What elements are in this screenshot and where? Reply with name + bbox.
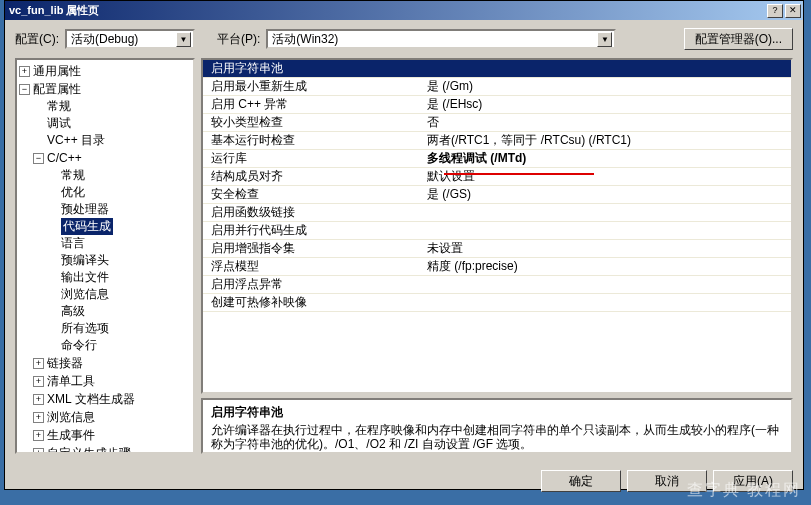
tree-ccpp-child[interactable]: 高级	[61, 303, 85, 320]
right-panel: 启用字符串池启用最小重新生成是 (/Gm)启用 C++ 异常是 (/EHsc)较…	[201, 58, 793, 454]
prop-name: 启用并行代码生成	[203, 222, 423, 239]
prop-name: 启用最小重新生成	[203, 78, 423, 95]
tree-general[interactable]: 常规	[47, 98, 71, 115]
property-dialog: vc_fun_lib 属性页 ? ✕ 配置(C): 活动(Debug) ▼ 平台…	[4, 0, 804, 490]
plus-icon[interactable]: +	[33, 412, 44, 423]
grid-row[interactable]: 运行库多线程调试 (/MTd)	[203, 150, 791, 168]
prop-name: 启用 C++ 异常	[203, 96, 423, 113]
prop-value[interactable]: 未设置	[423, 240, 791, 257]
tree-ccpp-child[interactable]: 预处理器	[61, 201, 109, 218]
plus-icon[interactable]: +	[33, 376, 44, 387]
tree-xml-gen[interactable]: +XML 文档生成器	[33, 391, 135, 408]
prop-name: 启用字符串池	[203, 60, 423, 77]
tree-debug[interactable]: 调试	[47, 115, 71, 132]
grid-row[interactable]: 启用 C++ 异常是 (/EHsc)	[203, 96, 791, 114]
grid-row[interactable]: 基本运行时检查两者(/RTC1，等同于 /RTCsu) (/RTC1)	[203, 132, 791, 150]
tree-common[interactable]: +通用属性	[19, 63, 81, 80]
grid-row[interactable]: 启用函数级链接	[203, 204, 791, 222]
prop-name: 启用函数级链接	[203, 204, 423, 221]
prop-name: 启用增强指令集	[203, 240, 423, 257]
prop-name: 浮点模型	[203, 258, 423, 275]
grid-row[interactable]: 浮点模型精度 (/fp:precise)	[203, 258, 791, 276]
grid-row[interactable]: 安全检查是 (/GS)	[203, 186, 791, 204]
platform-label: 平台(P):	[217, 31, 260, 48]
grid-row[interactable]: 启用并行代码生成	[203, 222, 791, 240]
desc-text: 允许编译器在执行过程中，在程序映像和内存中创建相同字符串的单个只读副本，从而生成…	[211, 423, 783, 451]
prop-name: 较小类型检查	[203, 114, 423, 131]
plus-icon[interactable]: +	[33, 430, 44, 441]
prop-value[interactable]: 否	[423, 114, 791, 131]
tree-ccpp-child[interactable]: 所有选项	[61, 320, 109, 337]
config-dropdown[interactable]: 活动(Debug) ▼	[65, 29, 195, 49]
platform-dropdown[interactable]: 活动(Win32) ▼	[266, 29, 616, 49]
tree-ccpp-child[interactable]: 预编译头	[61, 252, 109, 269]
tree-build-events[interactable]: +生成事件	[33, 427, 95, 444]
chevron-down-icon[interactable]: ▼	[597, 32, 612, 47]
grid-row[interactable]: 启用字符串池	[203, 60, 791, 78]
tree-ccpp-child[interactable]: 输出文件	[61, 269, 109, 286]
prop-name: 安全检查	[203, 186, 423, 203]
grid-row[interactable]: 启用最小重新生成是 (/Gm)	[203, 78, 791, 96]
tree-ccpp-child[interactable]: 优化	[61, 184, 85, 201]
config-manager-button[interactable]: 配置管理器(O)...	[684, 28, 793, 50]
prop-value[interactable]: 是 (/Gm)	[423, 78, 791, 95]
prop-name: 运行库	[203, 150, 423, 167]
property-grid[interactable]: 启用字符串池启用最小重新生成是 (/Gm)启用 C++ 异常是 (/EHsc)较…	[201, 58, 793, 394]
highlight-underline	[444, 173, 594, 175]
prop-value[interactable]: 多线程调试 (/MTd)	[423, 150, 791, 167]
help-button[interactable]: ?	[767, 4, 783, 18]
grid-row[interactable]: 较小类型检查否	[203, 114, 791, 132]
chevron-down-icon[interactable]: ▼	[176, 32, 191, 47]
titlebar[interactable]: vc_fun_lib 属性页 ? ✕	[5, 1, 803, 20]
tree-ccpp-child[interactable]: 语言	[61, 235, 85, 252]
prop-name: 启用浮点异常	[203, 276, 423, 293]
tree-linker[interactable]: +链接器	[33, 355, 83, 372]
grid-row[interactable]: 启用浮点异常	[203, 276, 791, 294]
window-title: vc_fun_lib 属性页	[7, 3, 765, 18]
ok-button[interactable]: 确定	[541, 470, 621, 492]
tree-manifest[interactable]: +清单工具	[33, 373, 95, 390]
desc-title: 启用字符串池	[211, 404, 783, 421]
tree-config-props[interactable]: −配置属性	[19, 81, 81, 98]
prop-value[interactable]: 两者(/RTC1，等同于 /RTCsu) (/RTC1)	[423, 132, 791, 149]
close-button[interactable]: ✕	[785, 4, 801, 18]
tree-ccpp[interactable]: −C/C++	[33, 150, 82, 167]
main-area: +通用属性 −配置属性 常规 调试 VC++ 目录 −C/C++ 常规优化预处理…	[5, 58, 803, 464]
tree-ccpp-child[interactable]: 常规	[61, 167, 85, 184]
tree-vcpp-dir[interactable]: VC++ 目录	[47, 132, 105, 149]
prop-value[interactable]: 精度 (/fp:precise)	[423, 258, 791, 275]
grid-row[interactable]: 启用增强指令集未设置	[203, 240, 791, 258]
tree-ccpp-child[interactable]: 命令行	[61, 337, 97, 354]
config-value: 活动(Debug)	[71, 31, 176, 48]
config-label: 配置(C):	[15, 31, 59, 48]
grid-row[interactable]: 创建可热修补映像	[203, 294, 791, 312]
prop-value[interactable]: 是 (/EHsc)	[423, 96, 791, 113]
prop-name: 结构成员对齐	[203, 168, 423, 185]
plus-icon[interactable]: +	[33, 358, 44, 369]
tree-ccpp-child[interactable]: 代码生成	[61, 218, 113, 235]
description-panel: 启用字符串池 允许编译器在执行过程中，在程序映像和内存中创建相同字符串的单个只读…	[201, 398, 793, 454]
minus-icon[interactable]: −	[33, 153, 44, 164]
tree-ccpp-child[interactable]: 浏览信息	[61, 286, 109, 303]
plus-icon[interactable]: +	[33, 394, 44, 405]
prop-value[interactable]: 默认设置	[423, 168, 791, 185]
config-toolbar: 配置(C): 活动(Debug) ▼ 平台(P): 活动(Win32) ▼ 配置…	[5, 20, 803, 58]
minus-icon[interactable]: −	[19, 84, 30, 95]
tree-browse-info[interactable]: +浏览信息	[33, 409, 95, 426]
prop-name: 基本运行时检查	[203, 132, 423, 149]
tree-custom-build[interactable]: +自定义生成步骤	[33, 445, 131, 454]
prop-name: 创建可热修补映像	[203, 294, 423, 311]
footer: 确定 取消 应用(A)	[5, 464, 803, 502]
prop-value[interactable]: 是 (/GS)	[423, 186, 791, 203]
platform-value: 活动(Win32)	[272, 31, 597, 48]
grid-row[interactable]: 结构成员对齐默认设置	[203, 168, 791, 186]
category-tree[interactable]: +通用属性 −配置属性 常规 调试 VC++ 目录 −C/C++ 常规优化预处理…	[15, 58, 195, 454]
plus-icon[interactable]: +	[33, 448, 44, 454]
plus-icon[interactable]: +	[19, 66, 30, 77]
watermark: 查字典 教程网	[687, 480, 801, 501]
